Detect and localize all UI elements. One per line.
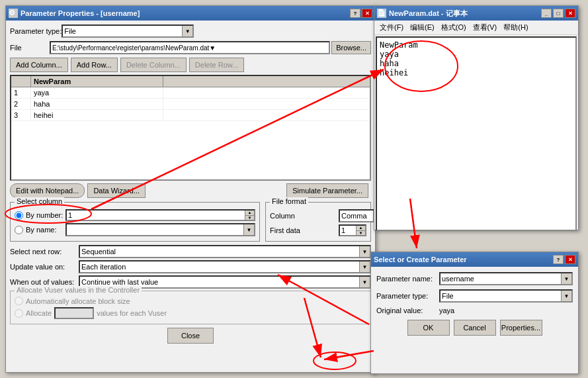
- file-path-value: E:\study\Performance\register\params\New…: [52, 44, 209, 52]
- row-num-1: 1: [11, 87, 31, 98]
- param-dialog-title: Parameter Properties - [username]: [21, 9, 350, 17]
- first-data-down[interactable]: ▼: [356, 231, 365, 236]
- select-param-type-arrow[interactable]: ▼: [561, 291, 571, 301]
- close-button[interactable]: ✕: [362, 9, 372, 18]
- column-label: Column: [270, 212, 336, 220]
- browse-button[interactable]: Browse...: [331, 41, 371, 54]
- notepad-min-button[interactable]: _: [541, 9, 552, 18]
- by-number-up[interactable]: ▲: [245, 211, 254, 216]
- select-param-help-button[interactable]: ?: [553, 255, 564, 264]
- allocate-label: Allocate: [26, 309, 52, 317]
- select-param-type-combo[interactable]: File ▼: [439, 289, 573, 303]
- notepad-max-button[interactable]: □: [553, 9, 564, 18]
- select-next-row-combo[interactable]: Sequential ▼: [79, 245, 371, 258]
- auto-allocate-radio: [15, 297, 23, 305]
- grid-col-header: NewParam: [31, 76, 163, 87]
- select-next-row-value: Sequential: [81, 248, 116, 256]
- delete-column-button[interactable]: Delete Column...: [120, 58, 187, 72]
- param-name-value: username: [442, 275, 474, 283]
- menu-file[interactable]: 文件(F): [377, 22, 406, 33]
- first-data-value: 1: [340, 226, 347, 234]
- row-num-3: 3: [11, 110, 31, 120]
- select-next-row-arrow[interactable]: ▼: [359, 246, 370, 257]
- menu-help[interactable]: 帮助(H): [501, 22, 530, 33]
- out-of-values-value: Continue with last value: [81, 278, 158, 286]
- simulate-button[interactable]: Simulate Parameter...: [286, 183, 368, 198]
- data-grid[interactable]: NewParam 1 yaya 2 haha 3 heihei: [10, 75, 371, 181]
- add-row-button[interactable]: Add Row...: [71, 58, 118, 72]
- param-name-arrow[interactable]: ▼: [561, 273, 571, 284]
- row-val-1: yaya: [31, 87, 163, 98]
- notepad-close-button[interactable]: ✕: [565, 9, 575, 18]
- by-number-down[interactable]: ▼: [245, 216, 254, 220]
- by-name-radio[interactable]: [15, 226, 23, 234]
- menu-format[interactable]: 格式(O): [439, 22, 469, 33]
- file-format-group: File format Column Comma ▼ First data 1: [265, 202, 371, 242]
- by-number-value: 1: [67, 211, 73, 219]
- by-name-label: By name:: [26, 226, 65, 234]
- notepad-line-4: heihei: [380, 68, 573, 77]
- by-name-combo[interactable]: ▼: [65, 223, 255, 236]
- select-param-dialog: Select or Create Parameter ? ✕ Parameter…: [370, 252, 579, 374]
- out-of-values-arrow[interactable]: ▼: [359, 277, 370, 287]
- select-param-titlebar: Select or Create Parameter ? ✕: [371, 252, 578, 267]
- update-value-arrow[interactable]: ▼: [359, 261, 370, 272]
- allocate-group-label: Allocate Vuser values in the Controller: [15, 286, 142, 294]
- delete-row-button[interactable]: Delete Row...: [189, 58, 244, 72]
- select-param-type-value: File: [442, 292, 454, 300]
- param-name-label: Parameter name:: [376, 275, 439, 283]
- row-val-2: haha: [31, 99, 163, 109]
- dialog-icon: ⚙: [9, 9, 18, 18]
- help-button[interactable]: ?: [350, 9, 360, 18]
- row-val-3: heihei: [31, 110, 163, 120]
- by-number-label: By number:: [26, 211, 65, 219]
- row-num-2: 2: [11, 99, 31, 109]
- ok-button[interactable]: OK: [407, 320, 450, 336]
- allocate-radio: [15, 309, 23, 318]
- by-name-arrow[interactable]: ▼: [243, 224, 254, 235]
- table-row: 2 haha: [11, 99, 370, 110]
- select-column-group: Select column By number: 1 ▲ ▼: [10, 202, 260, 242]
- grid-row-num-header: [11, 76, 31, 87]
- param-dialog-titlebar: ⚙ Parameter Properties - [username] ? ✕: [6, 6, 375, 21]
- select-column-label: Select column: [15, 197, 64, 205]
- cancel-button[interactable]: Cancel: [454, 320, 496, 336]
- notepad-title: NewParam.dat - 记事本: [389, 9, 541, 19]
- param-type-value: File: [64, 27, 76, 35]
- column-format-value: Comma: [341, 212, 367, 220]
- first-data-up[interactable]: ▲: [356, 226, 365, 231]
- notepad-content[interactable]: NewParam yaya haha heihei: [376, 36, 577, 231]
- add-column-button[interactable]: Add Column...: [10, 58, 68, 72]
- close-dialog-button[interactable]: Close: [167, 328, 214, 344]
- select-next-row-label: Select next row:: [10, 248, 76, 256]
- notepad-icon: 📄: [377, 9, 386, 18]
- select-param-close-button[interactable]: ✕: [565, 255, 575, 264]
- menu-edit[interactable]: 编辑(E): [407, 22, 437, 33]
- update-value-combo[interactable]: Each iteration ▼: [79, 260, 371, 273]
- file-format-label: File format: [270, 197, 308, 205]
- param-name-combo[interactable]: username ▼: [439, 272, 573, 285]
- properties-button[interactable]: Properties...: [500, 320, 542, 336]
- data-wizard-button[interactable]: Data Wizard...: [87, 183, 146, 198]
- select-param-title: Select or Create Parameter: [374, 256, 553, 263]
- table-row: 3 heihei: [11, 110, 370, 121]
- allocate-group: Allocate Vuser values in the Controller …: [10, 291, 371, 324]
- first-data-label: First data: [270, 226, 336, 234]
- file-path-input[interactable]: E:\study\Performance\register\params\New…: [50, 41, 330, 54]
- param-type-combo[interactable]: File ▼: [62, 24, 194, 38]
- by-number-radio[interactable]: [15, 211, 23, 220]
- select-param-type-label: Parameter type:: [376, 292, 439, 300]
- file-path-arrow[interactable]: ▼: [209, 44, 216, 52]
- notepad-line-3: haha: [380, 59, 573, 68]
- notepad-line-2: yaya: [380, 50, 573, 59]
- auto-allocate-label: Automatically allocate block size: [26, 297, 130, 305]
- edit-notepad-button[interactable]: Edit with Notepad...: [10, 183, 85, 198]
- menu-view[interactable]: 查看(V): [470, 22, 500, 33]
- notepad-menu: 文件(F) 编辑(E) 格式(O) 查看(V) 帮助(H): [374, 21, 578, 35]
- original-value: yaya: [439, 307, 454, 314]
- update-value-label: Update value on:: [10, 263, 76, 271]
- param-type-arrow[interactable]: ▼: [182, 26, 192, 36]
- out-of-values-label: When out of values:: [10, 278, 76, 286]
- file-label: File: [10, 44, 50, 52]
- table-row: 1 yaya: [11, 87, 370, 99]
